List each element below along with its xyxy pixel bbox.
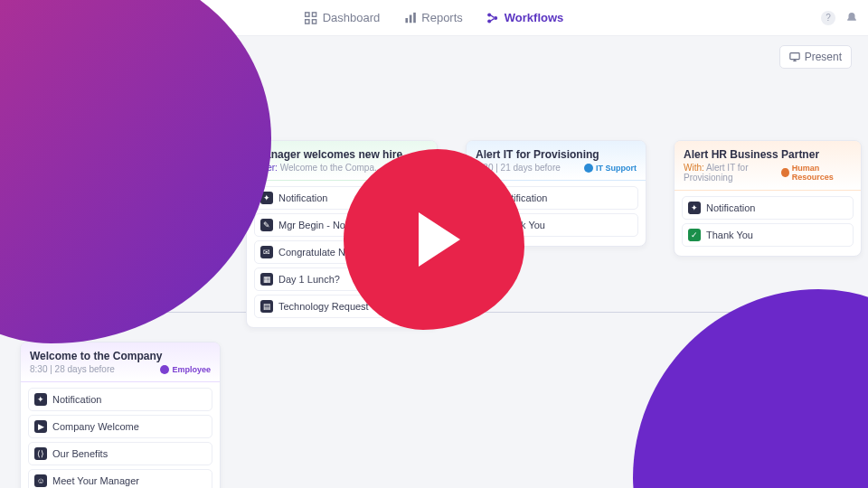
- task-row[interactable]: ✦Notification: [28, 388, 212, 411]
- grid-icon: ▤: [260, 300, 273, 313]
- card-header: Welcome to the Company 8:30 | 28 days be…: [21, 343, 220, 382]
- svg-rect-0: [306, 12, 309, 15]
- svg-rect-1: [312, 12, 316, 15]
- role-badge-employee: Employee: [160, 365, 211, 374]
- bell-icon: ✦: [688, 202, 701, 214]
- help-icon[interactable]: ?: [821, 11, 835, 25]
- nav-label: Dashboard: [323, 11, 381, 24]
- task-label: Technology Request: [278, 301, 369, 312]
- task-label: Day 1 Lunch?: [278, 274, 340, 285]
- svg-rect-6: [413, 12, 416, 22]
- play-icon: ▶: [34, 420, 47, 433]
- present-icon: [789, 52, 800, 62]
- present-button[interactable]: Present: [779, 45, 852, 69]
- sub-toolbar: Present: [779, 45, 852, 69]
- card-header: Alert HR Business Partner With: Alert IT…: [675, 141, 861, 191]
- task-label: Company Welcome: [52, 421, 139, 432]
- nav-dashboard[interactable]: Dashboard: [305, 11, 381, 24]
- dashboard-icon: [305, 12, 317, 24]
- task-row[interactable]: ✓Thank You: [682, 223, 854, 247]
- calendar-icon: ▦: [260, 273, 273, 286]
- note-icon: ✉: [260, 246, 273, 258]
- code-icon: ⟨⟩: [34, 447, 47, 460]
- doc-icon: ✎: [260, 219, 273, 231]
- present-label: Present: [805, 51, 842, 63]
- task-label: Notification: [706, 202, 755, 213]
- svg-point-7: [487, 13, 491, 16]
- nav-label: Reports: [421, 11, 463, 24]
- svg-rect-10: [789, 53, 798, 60]
- nav-label: Workflows: [505, 11, 564, 24]
- card-subtitle: With: Alert IT for Provisioning: [684, 163, 781, 183]
- nav-right: ?: [821, 11, 859, 25]
- decorative-blob-left: [0, 0, 271, 343]
- task-label: Notification: [278, 192, 327, 203]
- task-row[interactable]: ✦Notification: [682, 196, 854, 220]
- notifications-icon[interactable]: [844, 11, 859, 25]
- bell-icon: ✦: [34, 393, 47, 406]
- task-label: Meet Your Manager: [52, 475, 139, 486]
- card-subtitle: After: Welcome to the Compa...: [256, 163, 382, 173]
- svg-rect-2: [306, 19, 309, 23]
- task-row[interactable]: ☺Meet Your Manager: [28, 469, 212, 488]
- task-row[interactable]: ⟨⟩Our Benefits: [28, 442, 212, 465]
- nav-tabs: Dashboard Reports Workflows: [305, 11, 564, 24]
- task-label: Notification: [52, 394, 101, 405]
- decorative-blob-right: [633, 289, 868, 488]
- svg-point-9: [494, 15, 497, 19]
- task-label: Thank You: [706, 230, 753, 240]
- nav-reports[interactable]: Reports: [403, 11, 463, 24]
- svg-rect-4: [405, 18, 408, 23]
- task-row[interactable]: ▶Company Welcome: [28, 415, 212, 438]
- card-welcome[interactable]: Welcome to the Company 8:30 | 28 days be…: [20, 342, 221, 488]
- role-badge-it: IT Support: [584, 164, 637, 173]
- card-subtitle: 8:30 | 28 days before: [30, 364, 115, 374]
- workflows-icon: [486, 12, 499, 24]
- play-icon: [419, 212, 460, 267]
- task-label: Our Benefits: [52, 448, 108, 459]
- role-badge-hr: Human Resources: [781, 164, 852, 182]
- card-title: Alert IT for Provisioning: [476, 148, 637, 161]
- user-icon: ☺: [34, 474, 47, 487]
- check-icon: ✓: [688, 229, 701, 241]
- card-title: Welcome to the Company: [30, 350, 211, 362]
- play-button[interactable]: [344, 149, 524, 330]
- svg-point-8: [487, 19, 491, 23]
- nav-workflows[interactable]: Workflows: [486, 11, 564, 24]
- svg-rect-3: [312, 19, 316, 23]
- card-hr[interactable]: Alert HR Business Partner With: Alert IT…: [674, 140, 862, 257]
- reports-icon: [403, 12, 416, 24]
- card-title: Alert HR Business Partner: [684, 148, 852, 161]
- svg-rect-5: [409, 14, 411, 23]
